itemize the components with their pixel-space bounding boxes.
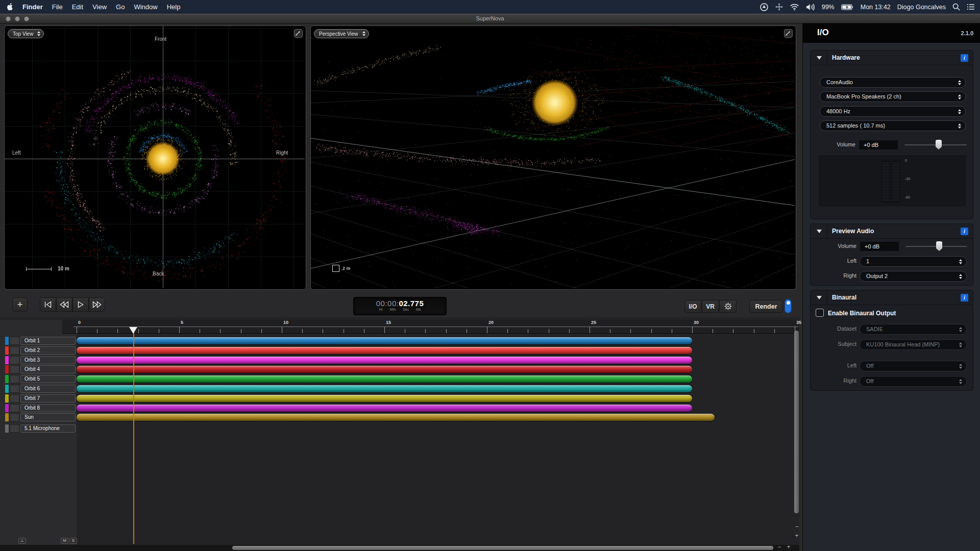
- track-name[interactable]: Orbit 6: [20, 385, 76, 393]
- device-select[interactable]: MacBook Pro Speakers (2 ch): [820, 91, 966, 102]
- playhead-marker[interactable]: [129, 327, 137, 334]
- perspective-view-mode-select[interactable]: Perspective View: [314, 29, 369, 38]
- track-name[interactable]: Sun: [20, 413, 76, 421]
- menu-clock[interactable]: Mon 13:42: [861, 4, 891, 11]
- track-options-button[interactable]: [10, 394, 19, 403]
- timeline-ruler[interactable]: 05101520253035: [62, 320, 799, 334]
- rewind-button[interactable]: [56, 297, 72, 312]
- vr-button[interactable]: VR: [702, 300, 719, 313]
- play-button[interactable]: [72, 297, 89, 312]
- track-clip-bar[interactable]: [77, 395, 692, 402]
- binaural-section-header[interactable]: Binaural i: [811, 290, 973, 305]
- top-view-mode-select[interactable]: Top View: [8, 29, 44, 38]
- info-icon[interactable]: i: [961, 228, 968, 235]
- track-clip-bar[interactable]: [77, 366, 692, 373]
- menu-item-window[interactable]: Window: [129, 3, 162, 11]
- menu-item-file[interactable]: File: [47, 3, 67, 11]
- track-options-button[interactable]: [10, 404, 19, 412]
- zoom-out-vertical-button[interactable]: −: [793, 523, 800, 531]
- add-track-button[interactable]: +: [12, 297, 28, 312]
- track-clip-bar[interactable]: [77, 337, 692, 344]
- menu-item-view[interactable]: View: [88, 3, 111, 11]
- track-options-button[interactable]: [10, 385, 19, 393]
- expand-icon[interactable]: [294, 29, 303, 38]
- track-name[interactable]: Orbit 2: [20, 346, 76, 355]
- skip-start-button[interactable]: [40, 297, 56, 312]
- menu-item-finder[interactable]: Finder: [18, 3, 47, 11]
- track-name[interactable]: Orbit 4: [20, 365, 76, 373]
- render-button[interactable]: Render: [749, 300, 783, 313]
- track-clip-bar[interactable]: [77, 414, 715, 421]
- search-icon[interactable]: [952, 3, 960, 11]
- track-options-button[interactable]: [10, 424, 19, 433]
- window-title-bar[interactable]: SuperNova: [0, 14, 980, 23]
- expand-icon[interactable]: [784, 29, 793, 38]
- menu-item-help[interactable]: Help: [162, 3, 185, 11]
- menu-user[interactable]: Diogo Goncalves: [897, 4, 946, 11]
- menu-item-edit[interactable]: Edit: [67, 3, 88, 11]
- top-view-canvas[interactable]: [5, 26, 305, 288]
- display-arrange-icon[interactable]: [775, 3, 783, 11]
- wifi-icon[interactable]: [790, 4, 799, 11]
- track-clip-bar[interactable]: [77, 405, 692, 412]
- track-name[interactable]: Orbit 7: [20, 394, 76, 403]
- apple-menu[interactable]: [0, 3, 18, 12]
- track-name[interactable]: Orbit 8: [20, 404, 76, 412]
- track-clip-bar[interactable]: [77, 357, 692, 364]
- info-icon[interactable]: i: [961, 54, 968, 62]
- vertical-scrollbar[interactable]: [794, 331, 799, 513]
- fast-forward-button[interactable]: [89, 297, 105, 312]
- hw-volume-value[interactable]: +0 dB: [859, 140, 898, 150]
- driver-select[interactable]: CoreAudio: [820, 77, 966, 88]
- track-name[interactable]: Orbit 3: [20, 356, 76, 364]
- grid-size-checkbox[interactable]: [332, 265, 339, 272]
- dataset-select[interactable]: SADIE: [860, 324, 967, 335]
- hw-volume-slider-thumb[interactable]: [936, 140, 942, 149]
- pv-right-select[interactable]: Output 2: [860, 271, 967, 282]
- pv-left-select[interactable]: 1: [860, 256, 967, 267]
- track-options-button[interactable]: [10, 375, 19, 383]
- track-options-button[interactable]: [10, 346, 19, 355]
- bn-right-select[interactable]: Off: [860, 376, 967, 387]
- sample-rate-select[interactable]: 48000 Hz: [820, 106, 966, 117]
- bn-left-select[interactable]: Off: [860, 361, 967, 371]
- io-panel-button[interactable]: I/O: [684, 300, 701, 313]
- track-name[interactable]: 5.1 Microphone: [20, 424, 76, 433]
- disclosure-triangle-icon[interactable]: [817, 230, 822, 233]
- solo-button[interactable]: S: [69, 538, 77, 544]
- track-options-button[interactable]: [10, 337, 19, 345]
- track-options-button[interactable]: [10, 356, 19, 364]
- info-icon[interactable]: i: [961, 294, 968, 302]
- subject-select[interactable]: KU100 Binaural Head (MINP): [860, 339, 967, 350]
- buffer-size-select[interactable]: 512 samples ( 10.7 ms): [820, 120, 966, 131]
- volume-icon[interactable]: [806, 4, 815, 11]
- perspective-view-canvas[interactable]: [311, 26, 795, 288]
- hardware-section-header[interactable]: Hardware i: [811, 51, 973, 65]
- settings-button[interactable]: [719, 300, 737, 313]
- disclosure-triangle-icon[interactable]: [817, 56, 822, 60]
- track-clip-bar[interactable]: [77, 385, 692, 392]
- track-clip-bar[interactable]: [77, 375, 692, 383]
- horizontal-scrollbar-thumb[interactable]: [232, 546, 773, 550]
- pv-volume-value[interactable]: +0 dB: [860, 241, 899, 252]
- enable-binaural-checkbox[interactable]: [816, 309, 824, 317]
- zoom-in-horizontal-button[interactable]: +: [785, 544, 792, 551]
- control-center-icon[interactable]: [967, 4, 975, 10]
- menu-item-go[interactable]: Go: [111, 3, 129, 11]
- track-name[interactable]: Orbit 5: [20, 375, 76, 383]
- time-display[interactable]: 00:00:02.775 HrMinSecMs: [353, 297, 447, 315]
- track-name[interactable]: Orbit 1: [20, 337, 76, 345]
- top-viewport[interactable]: Top View Front Back Left Right 10 m: [4, 26, 306, 290]
- render-toggle[interactable]: [785, 299, 792, 313]
- track-options-button[interactable]: [10, 413, 19, 421]
- disclosure-triangle-icon[interactable]: [817, 296, 822, 299]
- track-options-button[interactable]: [10, 365, 19, 373]
- import-audio-button[interactable]: ⊥: [18, 538, 26, 544]
- perspective-viewport[interactable]: Perspective View 2 m: [310, 26, 796, 290]
- track-clip-bar[interactable]: [77, 347, 692, 354]
- preview-audio-section-header[interactable]: Preview Audio i: [811, 224, 973, 239]
- mute-button[interactable]: M: [61, 538, 68, 544]
- horizontal-scrollbar-track[interactable]: − +: [0, 545, 799, 551]
- pv-volume-slider-thumb[interactable]: [936, 241, 942, 251]
- zoom-out-horizontal-button[interactable]: −: [776, 544, 783, 551]
